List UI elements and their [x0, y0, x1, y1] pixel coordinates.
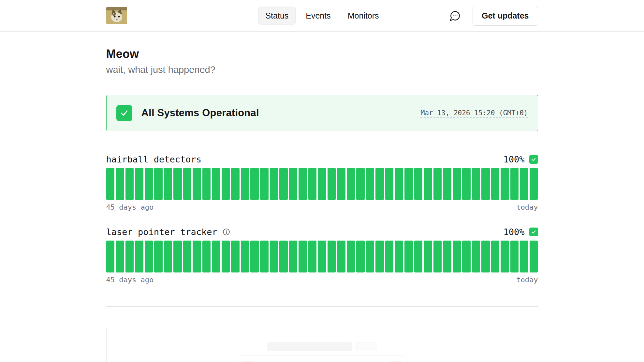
uptime-bar[interactable] — [250, 241, 259, 272]
uptime-bar[interactable] — [501, 241, 509, 272]
uptime-bar[interactable] — [530, 168, 538, 200]
uptime-bar[interactable] — [212, 168, 220, 200]
nav-item-monitors[interactable]: Monitors — [341, 7, 386, 24]
uptime-bar[interactable] — [308, 241, 317, 272]
uptime-bar[interactable] — [289, 168, 298, 200]
uptime-bar[interactable] — [241, 168, 249, 200]
uptime-bar[interactable] — [404, 241, 413, 272]
uptime-bar[interactable] — [164, 168, 172, 200]
uptime-bar[interactable] — [241, 241, 249, 272]
get-updates-button[interactable]: Get updates — [473, 6, 538, 26]
uptime-bar[interactable] — [510, 168, 519, 200]
nav-item-events[interactable]: Events — [299, 7, 337, 24]
uptime-bar[interactable] — [250, 168, 259, 200]
uptime-bar[interactable] — [453, 168, 461, 200]
uptime-bar[interactable] — [212, 241, 220, 272]
uptime-bar[interactable] — [154, 168, 163, 200]
uptime-bar[interactable] — [520, 241, 528, 272]
uptime-bar[interactable] — [433, 168, 442, 200]
uptime-bar[interactable] — [510, 241, 519, 272]
uptime-bar[interactable] — [366, 168, 374, 200]
uptime-bar[interactable] — [106, 241, 115, 272]
uptime-bar[interactable] — [222, 168, 230, 200]
uptime-bar[interactable] — [116, 168, 124, 200]
uptime-bar[interactable] — [433, 241, 442, 272]
uptime-bar[interactable] — [318, 241, 326, 272]
uptime-bar[interactable] — [366, 241, 374, 272]
uptime-bar[interactable] — [173, 241, 182, 272]
uptime-bar[interactable] — [135, 241, 143, 272]
logo[interactable] — [106, 7, 127, 24]
uptime-bar[interactable] — [193, 241, 201, 272]
uptime-bar[interactable] — [404, 168, 413, 200]
uptime-bar[interactable] — [347, 168, 355, 200]
uptime-bar[interactable] — [472, 168, 480, 200]
uptime-bar[interactable] — [424, 168, 432, 200]
uptime-bar[interactable] — [106, 168, 115, 200]
uptime-bar[interactable] — [472, 241, 480, 272]
uptime-bar[interactable] — [299, 168, 307, 200]
uptime-bar[interactable] — [202, 168, 211, 200]
uptime-bar[interactable] — [279, 168, 288, 200]
uptime-bar[interactable] — [337, 241, 345, 272]
uptime-bar[interactable] — [289, 241, 298, 272]
uptime-bar[interactable] — [164, 241, 172, 272]
track-start-label: 45 days ago — [106, 276, 154, 284]
uptime-bar[interactable] — [481, 168, 490, 200]
uptime-bar[interactable] — [222, 241, 230, 272]
status-page: Meow wait, what just happened? All Syste… — [106, 47, 538, 362]
uptime-bar[interactable] — [173, 168, 182, 200]
uptime-bar[interactable] — [328, 168, 336, 200]
uptime-bar[interactable] — [520, 168, 528, 200]
uptime-bar[interactable] — [270, 168, 278, 200]
uptime-bar[interactable] — [481, 241, 490, 272]
uptime-bar[interactable] — [125, 241, 134, 272]
nav-item-status[interactable]: Status — [258, 7, 296, 25]
uptime-bar[interactable] — [453, 241, 461, 272]
uptime-bar[interactable] — [395, 241, 403, 272]
uptime-bar[interactable] — [530, 241, 538, 272]
uptime-bar[interactable] — [308, 168, 317, 200]
uptime-bar[interactable] — [385, 168, 394, 200]
uptime-bar[interactable] — [491, 168, 500, 200]
uptime-bar[interactable] — [375, 241, 384, 272]
uptime-bar[interactable] — [145, 241, 153, 272]
uptime-bar[interactable] — [318, 168, 326, 200]
uptime-bar[interactable] — [462, 168, 471, 200]
uptime-bar[interactable] — [260, 168, 269, 200]
uptime-bar[interactable] — [279, 241, 288, 272]
uptime-bar[interactable] — [424, 241, 432, 272]
uptime-bar[interactable] — [462, 241, 471, 272]
status-timestamp[interactable]: Mar 13, 2026 15:20 (GMT+0) — [421, 109, 528, 117]
uptime-bar[interactable] — [385, 241, 394, 272]
uptime-bar[interactable] — [337, 168, 345, 200]
uptime-bar[interactable] — [395, 168, 403, 200]
uptime-bar[interactable] — [443, 241, 451, 272]
uptime-bar[interactable] — [491, 241, 500, 272]
uptime-bar[interactable] — [443, 168, 451, 200]
uptime-bar[interactable] — [154, 241, 163, 272]
uptime-bar[interactable] — [414, 241, 423, 272]
uptime-bar[interactable] — [501, 168, 509, 200]
uptime-bar[interactable] — [299, 241, 307, 272]
uptime-bar[interactable] — [231, 168, 240, 200]
uptime-bar[interactable] — [356, 168, 365, 200]
uptime-bar[interactable] — [414, 168, 423, 200]
uptime-bar[interactable] — [183, 241, 192, 272]
uptime-bar[interactable] — [231, 241, 240, 272]
info-icon[interactable] — [222, 228, 230, 236]
uptime-bar[interactable] — [202, 241, 211, 272]
uptime-bar[interactable] — [145, 168, 153, 200]
uptime-bar[interactable] — [347, 241, 355, 272]
feedback-chat-button[interactable] — [449, 10, 461, 21]
uptime-bar[interactable] — [375, 168, 384, 200]
uptime-bar[interactable] — [135, 168, 143, 200]
uptime-bar[interactable] — [356, 241, 365, 272]
uptime-bar[interactable] — [260, 241, 269, 272]
uptime-bar[interactable] — [183, 168, 192, 200]
uptime-bar[interactable] — [328, 241, 336, 272]
uptime-bar[interactable] — [125, 168, 134, 200]
uptime-bar[interactable] — [270, 241, 278, 272]
uptime-bar[interactable] — [116, 241, 124, 272]
uptime-bar[interactable] — [193, 168, 201, 200]
